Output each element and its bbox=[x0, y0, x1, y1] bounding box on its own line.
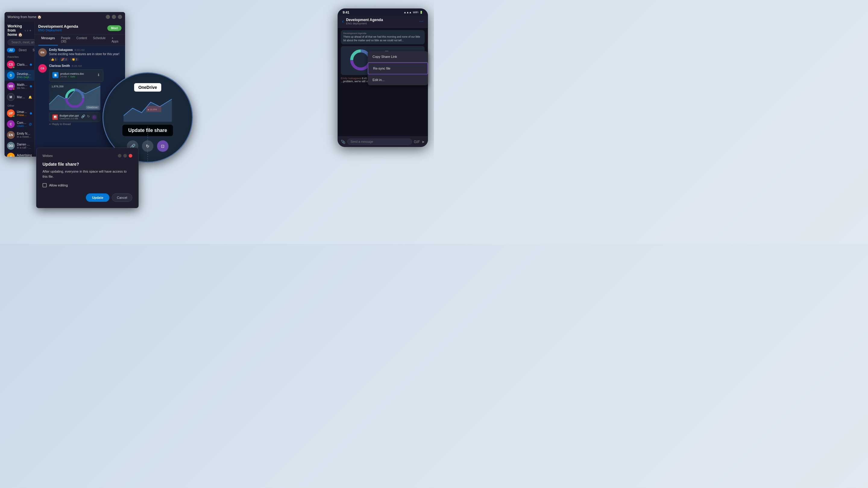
link-icon[interactable]: 🔗 bbox=[81, 115, 85, 120]
unread-dot-matthew bbox=[30, 85, 32, 87]
mobile-message-input[interactable] bbox=[347, 138, 412, 145]
mobile-dropdown-menu: Copy Share Link Re-sync file Edit in... bbox=[368, 51, 428, 85]
chat-title: Development Agenda bbox=[38, 24, 78, 29]
tab-apps[interactable]: + Apps bbox=[108, 35, 121, 45]
mention-icon: @ bbox=[29, 123, 32, 126]
sidebar-item-sub-dev-agenda: ENG Deployment bbox=[17, 76, 32, 78]
msg-time-clarissa: 8:28 AM bbox=[72, 64, 82, 67]
dialog-checkbox-row: Allow editing bbox=[42, 183, 132, 187]
tab-schedule[interactable]: Schedule bbox=[90, 35, 109, 45]
allow-editing-checkbox[interactable] bbox=[42, 183, 47, 187]
share-update-icon[interactable]: ⊡ bbox=[92, 115, 97, 120]
favorites-section-label: Favorites bbox=[4, 54, 34, 59]
filter-tab-all[interactable]: All bbox=[7, 48, 15, 53]
file-card-product-metrics[interactable]: 📄 product-metrics.doc 24 KB ✓ Safe ⬇ bbox=[49, 69, 103, 82]
sidebar-item-advertising[interactable]: A Advertising Marketing Department bbox=[4, 151, 34, 157]
update-button[interactable]: Update bbox=[86, 193, 109, 202]
msg-name-emily: Emily Nakagawa bbox=[49, 48, 73, 52]
mobile-attach-icon[interactable]: 📎 bbox=[341, 140, 345, 144]
file-safe: ✓ Safe bbox=[67, 75, 75, 78]
mobile-send-icon[interactable]: ➤ bbox=[422, 140, 425, 144]
svg-text:▲13,059: ▲13,059 bbox=[147, 108, 157, 111]
sidebar-item-clarissa[interactable]: CS Clarissa Smith bbox=[4, 59, 34, 70]
sidebar-item-sub-umar: Presenting bbox=[17, 113, 28, 117]
sidebar-item-common-metrics[interactable]: C Common Metrics Usability research @ bbox=[4, 119, 34, 130]
mobile-chat-sub: ENG deployment bbox=[346, 22, 383, 25]
sync-icon[interactable]: ↻ bbox=[87, 115, 90, 120]
file-icon: 📄 bbox=[53, 72, 59, 78]
window-title: Working from home 🏠 bbox=[7, 15, 41, 19]
avatar-common-metrics: C bbox=[7, 120, 15, 128]
sidebar-title: Working from home 🏠 bbox=[7, 24, 25, 37]
allow-editing-label: Allow editing bbox=[49, 184, 68, 187]
sidebar-item-emily[interactable]: EN Emily Nakagawa In a meeting · Catchin… bbox=[4, 130, 34, 140]
budget-card[interactable]: 📊 Budget-plan.ppt OneDrive 2.6 MB 🔗 bbox=[49, 112, 100, 122]
sidebar-item-marketing-collateral[interactable]: M Marketing Collateral 🔔 bbox=[4, 92, 34, 102]
maximize-button[interactable]: □ bbox=[112, 15, 116, 19]
sidebar-item-name-clarissa: Clarissa Smith bbox=[17, 63, 28, 66]
avatar-clarissa: CS bbox=[7, 61, 15, 68]
sidebar: Working from home 🏠 ‹ › + All Direct Spa… bbox=[4, 22, 35, 157]
mobile-gif-icon[interactable]: GIF bbox=[414, 140, 420, 144]
meet-button[interactable]: Meet bbox=[107, 25, 121, 31]
dropdown-edit-in[interactable]: Edit in... bbox=[368, 74, 428, 85]
dialog-minimize-button[interactable] bbox=[118, 154, 121, 158]
mobile-more-icon[interactable]: ⋯ bbox=[419, 19, 424, 24]
sidebar-item-dev-agenda[interactable]: D Development Agenda ENG Deployment bbox=[4, 70, 34, 81]
filter-tabs: All Direct Spaces bbox=[4, 47, 34, 54]
budget-file-meta: OneDrive 2.6 MB bbox=[60, 117, 79, 120]
nav-prev-icon[interactable]: ‹ bbox=[25, 29, 26, 32]
search-input[interactable] bbox=[7, 39, 35, 45]
sidebar-item-sub-emily: In a meeting · Catching up bbox=[17, 135, 32, 138]
status-dot-matthew bbox=[13, 88, 15, 90]
tab-people[interactable]: People (30) bbox=[58, 35, 73, 45]
avatar-msg-clarissa: CS bbox=[38, 64, 47, 73]
chart-preview: 1,878,358 OneDrive bbox=[49, 83, 100, 110]
window-titlebar: Working from home 🏠 − □ × bbox=[4, 12, 125, 22]
dropdown-copy-share-link[interactable]: Copy Share Link bbox=[368, 51, 428, 62]
mobile-input-bar: 📎 GIF ➤ bbox=[338, 136, 428, 147]
sidebar-item-name-marketing-collateral: Marketing Collateral bbox=[17, 96, 26, 99]
mobile-header-right: ⋯ bbox=[419, 19, 424, 24]
filter-tab-spaces[interactable]: Spaces bbox=[30, 48, 35, 53]
mobile-back-button[interactable]: ‹ bbox=[342, 19, 344, 24]
sidebar-item-name-common-metrics: Common Metrics bbox=[17, 121, 27, 124]
chat-header: Development Agenda ENG Deployment Meet bbox=[35, 22, 125, 35]
share-action-button[interactable]: ⊡ bbox=[157, 140, 168, 152]
cancel-button[interactable]: Cancel bbox=[112, 193, 132, 202]
dialog-maximize-button[interactable] bbox=[123, 154, 127, 158]
dialog-titlebar: Webex bbox=[42, 154, 132, 158]
message-emily: EN Emily Nakagawa 8:20 AM Some exciting … bbox=[38, 48, 121, 61]
mobile-chat-name: Development Agenda bbox=[346, 18, 383, 22]
mobile-header: ‹ Development Agenda ENG deployment ⋯ bbox=[338, 15, 428, 28]
chat-tabs: Messages People (30) Content Schedule + … bbox=[35, 35, 125, 46]
minimize-button[interactable]: − bbox=[106, 15, 110, 19]
sync-action-button[interactable]: ↻ bbox=[142, 140, 153, 152]
nav-next-icon[interactable]: › bbox=[27, 29, 28, 32]
close-button[interactable]: × bbox=[118, 15, 122, 19]
dropdown-resync-file[interactable]: Re-sync file bbox=[368, 62, 428, 74]
dialog-buttons: Update Cancel bbox=[42, 193, 132, 202]
avatar-dev-agenda: D bbox=[7, 71, 15, 79]
tab-messages[interactable]: Messages bbox=[38, 35, 58, 45]
update-file-share-label: Update file share bbox=[122, 125, 173, 136]
download-icon[interactable]: ⬇ bbox=[97, 73, 100, 77]
dialog-close-button[interactable] bbox=[129, 154, 132, 158]
msg-time-emily: 8:20 AM bbox=[74, 48, 84, 52]
signal-icon: ▲▲▲ bbox=[404, 11, 412, 14]
avatar-umar: UP bbox=[7, 109, 15, 117]
onedrive-badge: OneDrive bbox=[134, 83, 161, 92]
sidebar-item-sub-darren: In a call · Working from home bbox=[17, 146, 32, 149]
dialog-title: Update file share? bbox=[42, 162, 132, 167]
tab-content[interactable]: Content bbox=[73, 35, 90, 45]
sidebar-item-umar[interactable]: UP Umar Patel Presenting bbox=[4, 108, 34, 119]
nav-add-icon[interactable]: + bbox=[29, 29, 31, 32]
dialog-controls bbox=[118, 154, 132, 158]
avatar-darren: DO bbox=[7, 142, 15, 150]
sidebar-item-darren[interactable]: DO Darren Owens In a call · Working from… bbox=[4, 140, 34, 151]
update-file-share-dialog: Webex Update file share? After updating,… bbox=[36, 148, 138, 208]
sidebar-item-matthew[interactable]: MB Matthew Baker Do Not Disturb · Out fo… bbox=[4, 81, 34, 92]
sidebar-item-name-matthew: Matthew Baker bbox=[17, 83, 28, 87]
filter-tab-direct[interactable]: Direct bbox=[16, 48, 29, 53]
sidebar-item-name-emily: Emily Nakagawa bbox=[17, 132, 32, 135]
